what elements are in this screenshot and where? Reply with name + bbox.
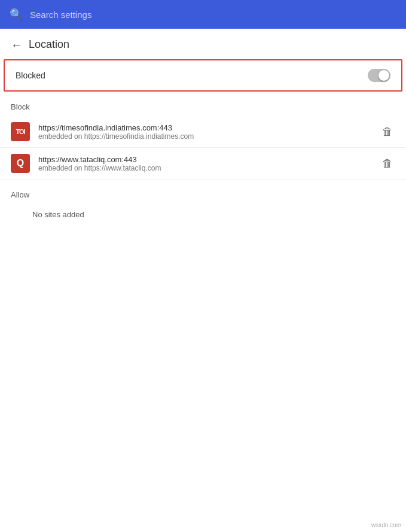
site-url-1: https://timesofindia.indiatimes.com:443 xyxy=(38,123,371,132)
site-embedded-2: embedded on https://www.tatacliq.com xyxy=(38,164,371,172)
site-url-2: https://www.tatacliq.com:443 xyxy=(38,155,371,164)
search-icon: 🔍 xyxy=(10,8,23,21)
block-section-label: Block xyxy=(0,92,406,116)
delete-button-1[interactable]: 🗑 xyxy=(380,123,395,141)
header-row: ← Location xyxy=(0,29,406,59)
no-sites-text: No sites added xyxy=(0,204,406,225)
site-embedded-1: embedded on https://timesofindia.indiati… xyxy=(38,132,371,141)
watermark: wsxdn.com xyxy=(371,522,401,528)
delete-button-2[interactable]: 🗑 xyxy=(380,155,395,172)
site-info-2: https://www.tatacliq.com:443 embedded on… xyxy=(38,155,371,172)
allow-section-label: Allow xyxy=(0,180,406,204)
blocked-toggle-row: Blocked xyxy=(4,59,402,92)
list-item: TOI https://timesofindia.indiatimes.com:… xyxy=(0,116,406,148)
favicon-toi: TOI xyxy=(11,122,30,141)
list-item: Q https://www.tatacliq.com:443 embedded … xyxy=(0,148,406,180)
site-info-1: https://timesofindia.indiatimes.com:443 … xyxy=(38,123,371,141)
topbar: 🔍 Search settings xyxy=(0,0,406,29)
page-title: Location xyxy=(29,38,69,51)
back-button[interactable]: ← xyxy=(11,39,23,51)
search-input-label[interactable]: Search settings xyxy=(30,10,91,20)
blocked-label: Blocked xyxy=(16,71,45,80)
favicon-tata: Q xyxy=(11,154,30,173)
toggle-knob xyxy=(378,70,389,81)
blocked-toggle[interactable] xyxy=(368,69,390,82)
